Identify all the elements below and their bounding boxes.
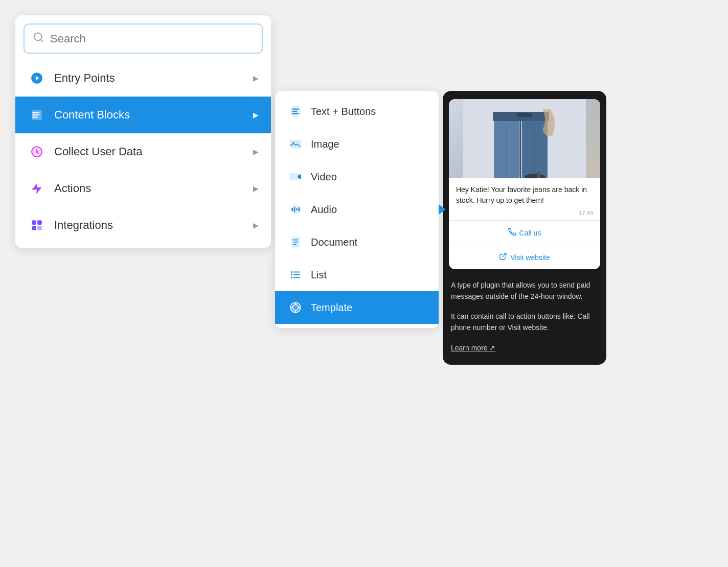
menu-item-content-blocks-label: Content Blocks bbox=[54, 108, 253, 122]
content-blocks-icon bbox=[28, 106, 46, 124]
svg-rect-11 bbox=[37, 226, 42, 230]
phone-icon bbox=[508, 228, 516, 238]
learn-more-link[interactable]: Learn more ↗ bbox=[451, 344, 495, 352]
svg-rect-20 bbox=[298, 207, 300, 212]
svg-rect-40 bbox=[537, 172, 540, 178]
list-label: List bbox=[311, 269, 327, 281]
integrations-icon bbox=[28, 216, 46, 234]
svg-rect-19 bbox=[296, 208, 298, 210]
svg-line-1 bbox=[40, 39, 42, 41]
template-label: Template bbox=[311, 302, 352, 314]
video-icon bbox=[287, 169, 304, 185]
menu-item-integrations-label: Integrations bbox=[54, 219, 253, 232]
search-input[interactable] bbox=[50, 32, 254, 45]
svg-rect-8 bbox=[32, 220, 36, 225]
preview-product-image bbox=[449, 99, 600, 178]
sub-menu-template[interactable]: Template bbox=[275, 291, 439, 324]
menu-item-content-blocks[interactable]: Content Blocks ▶ bbox=[15, 97, 271, 133]
external-link-icon bbox=[499, 252, 507, 262]
image-icon bbox=[287, 136, 304, 152]
main-container: Entry Points ▶ Content Blocks ▶ bbox=[15, 15, 606, 365]
svg-rect-17 bbox=[291, 208, 293, 211]
visit-website-label: Visit website bbox=[510, 253, 550, 262]
svg-point-23 bbox=[291, 274, 292, 275]
svg-point-3 bbox=[32, 112, 34, 113]
sub-menu-document[interactable]: Document bbox=[275, 226, 439, 258]
submenu-arrow-indicator bbox=[439, 204, 446, 215]
svg-point-4 bbox=[32, 114, 34, 115]
actions-icon bbox=[28, 179, 46, 198]
document-icon bbox=[287, 234, 304, 250]
video-label: Video bbox=[311, 171, 337, 183]
menu-item-collect-user-data[interactable]: Collect User Data ▶ bbox=[15, 133, 271, 170]
svg-point-24 bbox=[291, 277, 292, 278]
menu-item-integrations[interactable]: Integrations ▶ bbox=[15, 207, 271, 244]
menu-item-actions[interactable]: Actions ▶ bbox=[15, 170, 271, 207]
svg-rect-38 bbox=[517, 113, 532, 117]
template-icon bbox=[287, 299, 304, 316]
svg-line-41 bbox=[503, 253, 506, 257]
preview-message-text: Hey Katie! Your favorite jeans are back … bbox=[449, 178, 600, 208]
audio-label: Audio bbox=[311, 204, 337, 216]
preview-panel: Hey Katie! Your favorite jeans are back … bbox=[443, 91, 606, 365]
svg-point-22 bbox=[291, 271, 292, 273]
preview-website-button[interactable]: Visit website bbox=[449, 245, 600, 269]
secondary-menu: Text + Buttons Image Video bbox=[275, 91, 439, 328]
svg-rect-10 bbox=[32, 226, 36, 230]
entry-points-arrow: ▶ bbox=[253, 74, 259, 82]
preview-call-button[interactable]: Call us bbox=[449, 221, 600, 245]
audio-icon bbox=[287, 201, 304, 218]
entry-points-icon bbox=[28, 69, 46, 87]
svg-rect-15 bbox=[290, 174, 298, 180]
sub-menu-image[interactable]: Image bbox=[275, 128, 439, 160]
preview-description: A type of plugin that allows you to send… bbox=[443, 269, 606, 334]
call-us-label: Call us bbox=[519, 229, 541, 237]
description-paragraph-1: A type of plugin that allows you to send… bbox=[451, 279, 598, 302]
svg-rect-9 bbox=[37, 220, 42, 225]
menu-item-collect-data-label: Collect User Data bbox=[54, 145, 253, 158]
search-box[interactable] bbox=[24, 23, 263, 54]
collect-data-arrow: ▶ bbox=[253, 148, 259, 156]
sub-menu-text-buttons[interactable]: Text + Buttons bbox=[275, 95, 439, 128]
svg-point-5 bbox=[32, 116, 34, 118]
document-label: Document bbox=[311, 237, 357, 248]
sub-menu-audio[interactable]: Audio bbox=[275, 193, 439, 226]
sub-menu-list[interactable]: List bbox=[275, 258, 439, 291]
description-paragraph-2: It can contain call to action buttons li… bbox=[451, 311, 598, 334]
svg-rect-18 bbox=[294, 207, 295, 212]
svg-point-7 bbox=[36, 151, 38, 153]
list-icon bbox=[287, 267, 304, 283]
actions-arrow: ▶ bbox=[253, 184, 259, 193]
menu-item-actions-label: Actions bbox=[54, 182, 253, 195]
primary-menu: Entry Points ▶ Content Blocks ▶ bbox=[15, 15, 271, 248]
sub-menu-video[interactable]: Video bbox=[275, 160, 439, 193]
search-container bbox=[15, 23, 271, 60]
integrations-arrow: ▶ bbox=[253, 221, 259, 229]
content-blocks-arrow: ▶ bbox=[253, 111, 259, 119]
text-buttons-label: Text + Buttons bbox=[311, 106, 376, 117]
menu-item-entry-points[interactable]: Entry Points ▶ bbox=[15, 60, 271, 97]
collect-data-icon bbox=[28, 143, 46, 161]
image-label: Image bbox=[311, 138, 339, 150]
preview-phone-card: Hey Katie! Your favorite jeans are back … bbox=[449, 99, 600, 269]
menu-item-entry-points-label: Entry Points bbox=[54, 72, 253, 85]
search-icon bbox=[33, 32, 44, 45]
preview-message-time: 17:48 bbox=[449, 208, 600, 220]
text-buttons-icon bbox=[287, 103, 304, 120]
